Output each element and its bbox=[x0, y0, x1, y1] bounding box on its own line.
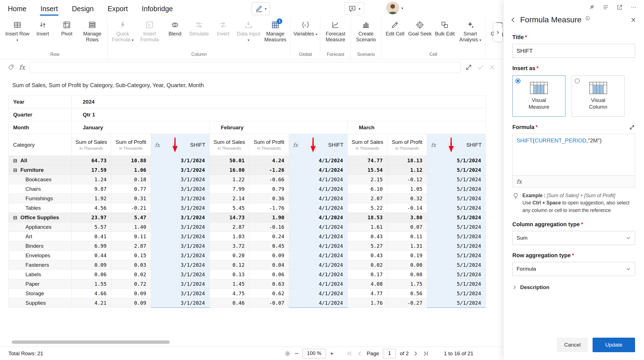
cell-profit[interactable]: 0.77 bbox=[111, 184, 151, 194]
category-cell[interactable]: Appliances bbox=[9, 222, 72, 232]
cell-profit[interactable]: 0.09 bbox=[249, 251, 289, 260]
cell-shift[interactable]: 5/1/2024 bbox=[427, 241, 486, 251]
cell-shift[interactable]: 5/1/2024 bbox=[427, 270, 486, 279]
cell-profit[interactable]: 0.02 bbox=[111, 270, 151, 279]
cell-profit[interactable]: 2.87 bbox=[111, 241, 151, 251]
category-cell[interactable]: Envelopes bbox=[9, 251, 72, 260]
cell-shift[interactable]: 3/1/2024 bbox=[151, 194, 210, 203]
apply-check-icon[interactable] bbox=[477, 64, 484, 71]
cell-sales[interactable]: 6.99 bbox=[72, 241, 111, 251]
category-cell[interactable]: Fasteners bbox=[9, 260, 72, 270]
cell-shift[interactable]: 3/1/2024 bbox=[151, 213, 210, 222]
radio-selected-icon[interactable] bbox=[515, 78, 520, 84]
tab-insert[interactable]: Insert bbox=[40, 3, 59, 15]
tab-infobridge[interactable]: Infobridge bbox=[141, 3, 173, 15]
cell-profit[interactable]: -0.16 bbox=[249, 222, 289, 232]
table-row[interactable]: Art 0.41 0.11 3/1/2024 1.03 0.24 4/1/202… bbox=[9, 232, 486, 241]
cell-shift[interactable]: 5/1/2024 bbox=[427, 203, 486, 213]
cell-profit[interactable]: 1.12 bbox=[387, 165, 427, 175]
cell-sales[interactable]: 4.56 bbox=[72, 203, 111, 213]
cell-profit[interactable]: 0.03 bbox=[111, 260, 151, 270]
cell-shift[interactable]: 4/1/2024 bbox=[289, 270, 348, 279]
cell-shift[interactable]: 4/1/2024 bbox=[289, 298, 348, 308]
cell-shift[interactable]: 4/1/2024 bbox=[289, 241, 348, 251]
cell-sales[interactable]: 0.17 bbox=[348, 270, 387, 279]
cell-sales[interactable]: 5.27 bbox=[348, 241, 387, 251]
formula-bar-input[interactable] bbox=[29, 62, 461, 73]
cell-sales[interactable]: 1.03 bbox=[210, 232, 249, 241]
tab-design[interactable]: Design bbox=[71, 3, 94, 15]
cell-profit[interactable]: 0.79 bbox=[249, 184, 289, 194]
insert-formula-button[interactable]: fx Insert Formula bbox=[136, 17, 163, 42]
cell-shift[interactable]: 4/1/2024 bbox=[289, 232, 348, 241]
cell-profit[interactable]: 0.18 bbox=[111, 175, 151, 184]
category-header[interactable]: Category bbox=[9, 134, 72, 156]
cell-shift[interactable]: 3/1/2024 bbox=[151, 251, 210, 260]
cell-shift[interactable]: 3/1/2024 bbox=[151, 203, 210, 213]
shift-header[interactable]: fx SHIFT bbox=[427, 134, 486, 156]
cell-shift[interactable]: 4/1/2024 bbox=[289, 194, 348, 203]
data-input-button[interactable]: Data Input ▾ bbox=[235, 17, 262, 42]
table-row[interactable]: Furnishings 1.92 0.31 3/1/2024 2.14 0.36… bbox=[9, 194, 486, 203]
cell-shift[interactable]: 4/1/2024 bbox=[289, 260, 348, 270]
category-cell[interactable]: Tables bbox=[9, 203, 72, 213]
tab-export[interactable]: Export bbox=[107, 3, 128, 15]
table-row[interactable]: Binders 6.99 2.87 3/1/2024 3.72 0.45 4/1… bbox=[9, 241, 486, 251]
goal-seek-button[interactable]: Goal Seek bbox=[407, 17, 433, 37]
month-february[interactable]: February bbox=[210, 121, 348, 134]
cell-sales[interactable]: 14.73 bbox=[210, 213, 249, 222]
cell-shift[interactable]: 4/1/2024 bbox=[289, 184, 348, 194]
option-visual-column[interactable]: Visual Column bbox=[572, 75, 625, 117]
cell-shift[interactable]: 3/1/2024 bbox=[151, 165, 210, 175]
profit-header[interactable]: Sum of Profitin Thousands bbox=[111, 134, 151, 156]
add-comment-button[interactable]: ▾ bbox=[344, 2, 364, 15]
cell-sales[interactable]: 0.20 bbox=[210, 251, 249, 260]
cell-profit[interactable]: 0.08 bbox=[387, 270, 427, 279]
cell-sales[interactable]: 16.80 bbox=[210, 165, 249, 175]
row-agg-select[interactable]: Formula bbox=[512, 262, 635, 276]
radio-unselected-icon[interactable] bbox=[575, 78, 580, 84]
cell-sales[interactable]: 9.87 bbox=[72, 184, 111, 194]
info-icon[interactable] bbox=[585, 16, 590, 21]
cell-shift[interactable]: 5/1/2024 bbox=[427, 165, 486, 175]
cell-shift[interactable]: 3/1/2024 bbox=[151, 289, 210, 298]
cell-shift[interactable]: 5/1/2024 bbox=[427, 232, 486, 241]
cell-sales[interactable]: 7.99 bbox=[210, 184, 249, 194]
cell-sales[interactable]: 1.76 bbox=[348, 298, 387, 308]
scrollbar-thumb[interactable] bbox=[12, 340, 170, 344]
edit-cell-button[interactable]: Edit Cell bbox=[383, 17, 407, 37]
cell-profit[interactable]: -0.27 bbox=[387, 298, 427, 308]
cell-shift[interactable]: 3/1/2024 bbox=[151, 184, 210, 194]
edit-mode-button[interactable]: ▾ bbox=[252, 2, 270, 15]
create-scenario-button[interactable]: Create Scenario bbox=[352, 17, 379, 42]
cell-shift[interactable]: 5/1/2024 bbox=[427, 279, 486, 289]
collapse-toggle-icon[interactable]: ⊟ bbox=[13, 215, 20, 221]
expand-formula-bar-icon[interactable] bbox=[465, 64, 472, 71]
variables-button[interactable]: x Variables ▾ bbox=[292, 17, 318, 37]
category-cell[interactable]: Bookcases bbox=[9, 175, 72, 184]
cell-profit[interactable]: 0.62 bbox=[249, 289, 289, 298]
formula-editor[interactable]: SHIFT(CURRENT_PERIOD,"2M") bbox=[512, 134, 635, 176]
title-input[interactable] bbox=[512, 44, 635, 58]
cell-sales[interactable]: 0.43 bbox=[348, 251, 387, 260]
cell-sales[interactable]: 4.77 bbox=[348, 289, 387, 298]
expand-editor-icon[interactable] bbox=[629, 124, 635, 130]
table-row[interactable]: Appliances 5.57 1.40 3/1/2024 2.87 -0.16… bbox=[9, 222, 486, 232]
cell-sales[interactable]: 17.59 bbox=[72, 165, 111, 175]
table-row[interactable]: Storage 4.66 0.09 3/1/2024 4.75 0.62 4/1… bbox=[9, 289, 486, 298]
category-cell[interactable]: ⊟All bbox=[9, 156, 72, 165]
cell-sales[interactable]: 23.97 bbox=[72, 213, 111, 222]
zoom-out-button[interactable]: − bbox=[295, 350, 299, 357]
forecast-measure-button[interactable]: Forecast Measure bbox=[322, 17, 349, 42]
cell-profit[interactable]: 0.31 bbox=[111, 194, 151, 203]
cell-shift[interactable]: 4/1/2024 bbox=[289, 289, 348, 298]
first-page-icon[interactable] bbox=[347, 351, 353, 357]
category-cell[interactable]: Storage bbox=[9, 289, 72, 298]
cell-shift[interactable]: 5/1/2024 bbox=[427, 213, 486, 222]
blend-button[interactable]: Blend bbox=[163, 17, 187, 37]
description-toggle[interactable]: Description bbox=[512, 284, 635, 290]
cell-shift[interactable]: 3/1/2024 bbox=[151, 279, 210, 289]
cell-profit[interactable]: 1.40 bbox=[111, 222, 151, 232]
table-row[interactable]: Bookcases 1.24 0.18 3/1/2024 1.22 -0.66 … bbox=[9, 175, 486, 184]
cell-profit[interactable]: 0.19 bbox=[387, 251, 427, 260]
